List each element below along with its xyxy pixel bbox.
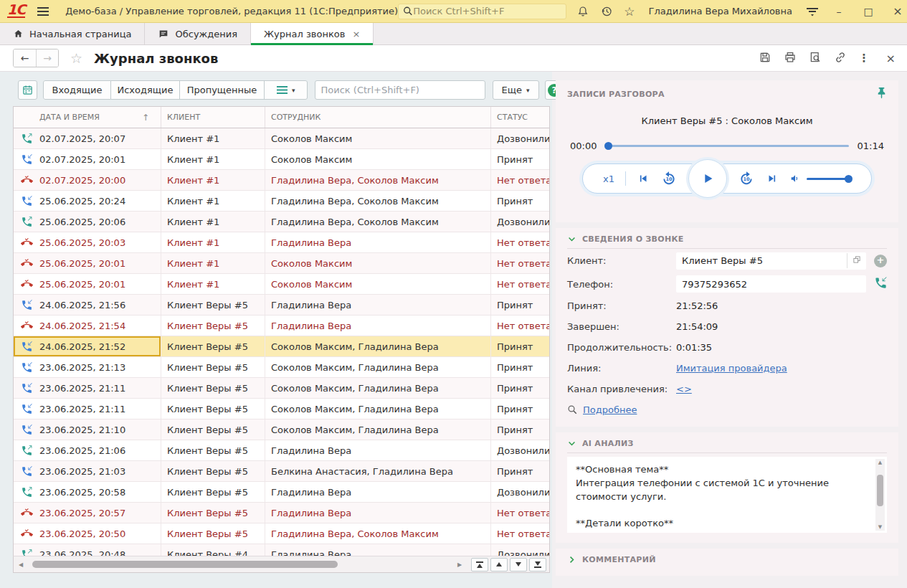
filter-outgoing-button[interactable]: Исходящие: [111, 80, 180, 100]
call-client: Клиент Веры #5: [161, 336, 265, 356]
call-status: Принят: [491, 336, 549, 356]
seek-slider[interactable]: [605, 145, 848, 147]
save-button[interactable]: [759, 51, 771, 66]
close-tab-icon[interactable]: ×: [352, 29, 360, 39]
column-header-employee[interactable]: СОТРУДНИК: [265, 107, 491, 128]
seek-slider-knob[interactable]: [604, 142, 612, 150]
go-next-button[interactable]: [510, 558, 527, 572]
pin-icon[interactable]: [876, 87, 887, 101]
link-button[interactable]: [834, 51, 847, 66]
table-row[interactable]: 25.06.2025, 20:06 Клиент #1 Гладилина Ве…: [14, 212, 549, 232]
global-search-input[interactable]: [413, 6, 561, 16]
table-row[interactable]: 24.06.2025, 21:52 Клиент Веры #5 Соколов…: [14, 336, 549, 357]
table-row[interactable]: 24.06.2025, 21:56 Клиент Веры #5 Гладили…: [14, 295, 549, 316]
skip-next-icon[interactable]: [766, 172, 779, 185]
add-favorite-star-icon[interactable]: ☆: [70, 50, 82, 66]
back-button[interactable]: ←: [14, 49, 36, 67]
table-row[interactable]: 24.06.2025, 21:54 Клиент Веры #5 Гладили…: [14, 316, 549, 336]
horizontal-scrollbar-thumb[interactable]: [32, 561, 338, 568]
column-header-client[interactable]: КЛИЕНТ: [161, 107, 265, 128]
close-form-button[interactable]: ×: [886, 52, 896, 65]
missed-call-icon: [21, 237, 33, 249]
forward-10-icon[interactable]: 10: [738, 170, 755, 187]
horizontal-scrollbar[interactable]: [28, 560, 452, 569]
print-button[interactable]: [784, 51, 797, 66]
maximize-button[interactable]: □: [859, 6, 878, 17]
call-employee: Соколов Максим: [265, 149, 491, 169]
channel-link[interactable]: <>: [676, 384, 692, 394]
table-search-input[interactable]: [321, 85, 479, 95]
table-row[interactable]: 02.07.2025, 20:01 Клиент #1 Соколов Макс…: [14, 149, 549, 170]
comment-section-header[interactable]: КОММЕНТАРИЙ: [556, 549, 898, 569]
more-actions-button[interactable]: ⋮: [859, 52, 870, 65]
table-row[interactable]: 25.06.2025, 20:24 Клиент #1 Гладилина Ве…: [14, 191, 549, 212]
table-row[interactable]: 25.06.2025, 20:01 Клиент #1 Соколов Макс…: [14, 274, 549, 295]
replay-10-icon[interactable]: 10: [660, 170, 678, 187]
table-row[interactable]: 23.06.2025, 20:58 Клиент Веры #5 Гладили…: [14, 482, 549, 503]
volume-icon[interactable]: [789, 173, 801, 184]
scroll-left-icon[interactable]: ◀: [16, 561, 25, 568]
open-item-icon[interactable]: [847, 253, 865, 268]
table-row[interactable]: 23.06.2025, 20:48 Клиент Веры #4 Гладили…: [14, 544, 549, 556]
preview-button[interactable]: [809, 51, 822, 66]
user-menu[interactable]: Гладилина Вера Михайловна: [649, 6, 792, 16]
skip-previous-icon[interactable]: [637, 172, 650, 185]
filter-incoming-button[interactable]: Входящие: [43, 80, 111, 100]
volume-slider[interactable]: [807, 178, 851, 180]
notifications-button[interactable]: [576, 5, 589, 18]
tab-discussions[interactable]: Обсуждения: [145, 23, 251, 44]
scroll-right-icon[interactable]: ▶: [455, 561, 464, 568]
table-row[interactable]: 23.06.2025, 21:10 Клиент Веры #5 Соколов…: [14, 419, 549, 440]
details-more-link[interactable]: Подробнее: [583, 404, 637, 415]
field-label: Канал привлечения:: [567, 384, 676, 394]
go-last-button[interactable]: [529, 558, 546, 572]
scroll-up-icon[interactable]: ▲: [878, 459, 882, 466]
phone-input[interactable]: 79375293652: [676, 275, 866, 293]
table-row[interactable]: 23.06.2025, 20:57 Клиент Веры #5 Гладили…: [14, 503, 549, 523]
table-row[interactable]: 25.06.2025, 20:01 Клиент #1 Соколов Макс…: [14, 253, 549, 274]
ai-scrollbar[interactable]: ▲ ▼: [875, 459, 885, 531]
tab-call-journal[interactable]: Журнал звонков ×: [251, 23, 374, 44]
table-row[interactable]: 23.06.2025, 21:11 Клиент Веры #5 Соколов…: [14, 399, 549, 419]
global-search[interactable]: [398, 4, 566, 19]
filter-missed-button[interactable]: Пропущенные: [180, 80, 265, 100]
column-header-status[interactable]: СТАТУС: [491, 107, 549, 128]
playback-speed-button[interactable]: x1: [603, 174, 614, 184]
table-row[interactable]: 23.06.2025, 21:06 Клиент Веры #5 Гладили…: [14, 440, 549, 461]
service-menu-button[interactable]: [806, 6, 819, 17]
table-row[interactable]: 23.06.2025, 21:11 Клиент Веры #5 Соколов…: [14, 378, 549, 399]
window-close-button[interactable]: ×: [888, 4, 907, 18]
more-menu-button[interactable]: Еще ▾: [493, 80, 539, 100]
main-menu-button[interactable]: [37, 6, 49, 16]
table-row[interactable]: 23.06.2025, 20:50 Клиент Веры #5 Гладили…: [14, 523, 549, 544]
list-settings-button[interactable]: ▾: [265, 80, 308, 100]
tab-home[interactable]: Начальная страница: [0, 23, 145, 44]
missed-call-icon: [21, 320, 33, 332]
forward-button[interactable]: →: [36, 49, 58, 67]
favorites-button[interactable]: ☆: [624, 4, 635, 19]
table-row[interactable]: 02.07.2025, 20:07 Клиент #1 Соколов Макс…: [14, 128, 549, 149]
add-client-button[interactable]: +: [874, 255, 887, 267]
table-row[interactable]: 02.07.2025, 20:00 Клиент #1 Гладилина Ве…: [14, 170, 549, 191]
client-input[interactable]: Клиент Веры #5: [676, 252, 866, 270]
table-row[interactable]: 23.06.2025, 21:03 Клиент Веры #5 Белкина…: [14, 461, 549, 482]
table-row[interactable]: 25.06.2025, 20:03 Клиент #1 Гладилина Ве…: [14, 232, 549, 253]
play-button[interactable]: [688, 159, 727, 198]
ai-analysis-text-box[interactable]: **Основная тема** Интеграция телефонии с…: [567, 457, 887, 533]
column-header-datetime[interactable]: ДАТА И ВРЕМЯ ↑: [14, 107, 161, 128]
scroll-down-icon[interactable]: ▼: [878, 523, 882, 531]
minimize-button[interactable]: –: [830, 6, 848, 17]
ai-scrollbar-thumb[interactable]: [877, 475, 883, 506]
period-calendar-button[interactable]: [18, 80, 37, 100]
table-row[interactable]: 23.06.2025, 21:13 Клиент Веры #5 Соколов…: [14, 357, 549, 378]
line-link[interactable]: Имитация провайдера: [676, 363, 787, 374]
ai-section-header[interactable]: AI АНАЛИЗ: [556, 432, 898, 452]
history-button[interactable]: [600, 5, 613, 18]
details-section-header[interactable]: СВЕДЕНИЯ О ЗВОНКЕ: [556, 228, 898, 248]
go-previous-button[interactable]: [490, 558, 508, 572]
call-phone-button[interactable]: [874, 276, 887, 292]
volume-slider-knob[interactable]: [845, 175, 853, 183]
table-search[interactable]: [315, 80, 485, 100]
go-first-button[interactable]: [471, 558, 488, 572]
app-title: Демо-база / Управление торговлей, редакц…: [65, 6, 398, 16]
